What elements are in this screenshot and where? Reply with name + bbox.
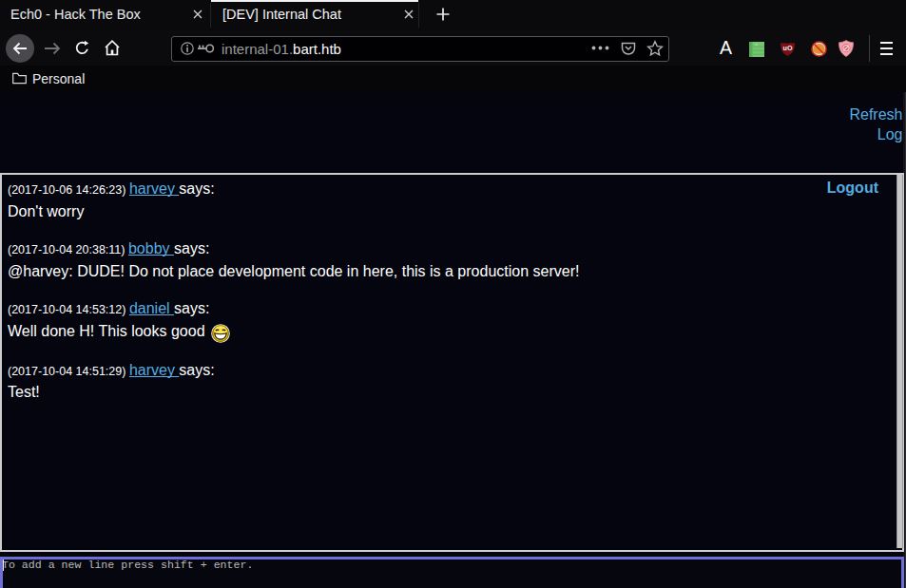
svg-text:uO: uO	[782, 44, 792, 52]
